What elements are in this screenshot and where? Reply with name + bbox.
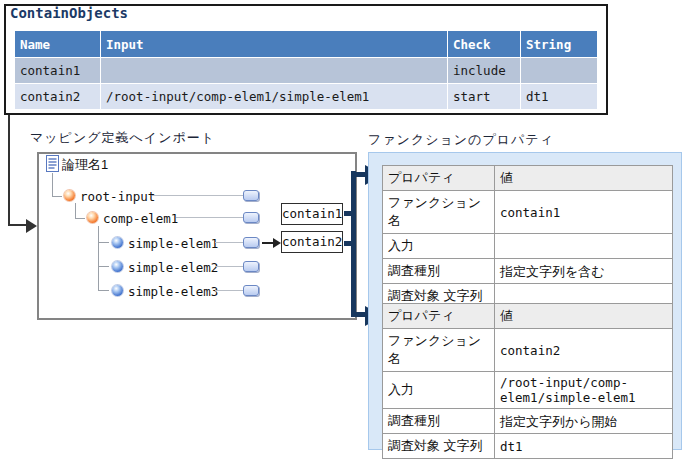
- property-row: 調査種別 指定文字列から開始: [383, 409, 673, 434]
- property-row: 調査種別 指定文字列を含む: [383, 259, 673, 284]
- property-value: [495, 234, 673, 259]
- property-table-header: プロパティ 値: [383, 304, 673, 329]
- connector-line-vertical: [351, 171, 356, 317]
- function-box-contain2: contain2: [281, 231, 343, 253]
- mapping-import-label: マッピング定義へインポート: [30, 129, 215, 147]
- property-row: ファンクション名 contain1: [383, 191, 673, 234]
- property-label: 入力: [383, 372, 495, 409]
- diagram-canvas: ContainObjects Name Input Check String c…: [0, 0, 687, 460]
- property-label: ファンクション名: [383, 191, 495, 234]
- complex-element-icon: [87, 212, 98, 223]
- simple-element-icon: [112, 237, 123, 248]
- tree-branch-line: [75, 203, 76, 218]
- property-label: 調査対象 文字列: [383, 434, 495, 459]
- elem-to-contain2-arrowhead-icon: [273, 238, 281, 248]
- function-properties-label: ファンクションのプロパティ: [368, 131, 554, 149]
- property-table-contain1: プロパティ 値 ファンクション名 contain1 入力 調査種別 指定文字列を…: [382, 165, 673, 309]
- tree-node-simple-elem3: simple-elem3: [128, 284, 218, 299]
- property-label: 入力: [383, 234, 495, 259]
- cell-check: start: [448, 84, 521, 110]
- table-row: contain2 /root-input/comp-elem1/simple-e…: [15, 84, 598, 110]
- tree-branch-line: [52, 173, 53, 196]
- column-header-name: Name: [15, 31, 101, 58]
- property-label: 調査種別: [383, 409, 495, 434]
- property-row: 調査対象 文字列 dt1: [383, 434, 673, 459]
- tree-node-root-input: root-input: [80, 189, 155, 204]
- property-row: 入力: [383, 234, 673, 259]
- tree-node-simple-elem2: simple-elem2: [128, 260, 218, 275]
- tree-branch-line: [98, 266, 109, 267]
- property-value: dt1: [495, 434, 673, 459]
- mapping-port-icon: [243, 237, 259, 248]
- property-table-contain2: プロパティ 値 ファンクション名 contain2 入力 /root-input…: [382, 303, 673, 459]
- property-value: 指定文字列を含む: [495, 259, 673, 284]
- cell-input: [101, 58, 448, 84]
- mapping-line: [152, 195, 243, 196]
- mapping-line: [215, 290, 243, 291]
- property-row: ファンクション名 contain2: [383, 329, 673, 372]
- column-header-check: Check: [448, 31, 521, 58]
- mapping-line: [176, 217, 243, 218]
- mapping-port-icon: [243, 261, 259, 272]
- simple-element-icon: [112, 261, 123, 272]
- tree-branch-line: [52, 196, 62, 197]
- import-arrowhead-icon: [26, 219, 37, 233]
- complex-element-icon: [64, 190, 75, 201]
- cell-name: contain2: [15, 84, 101, 110]
- property-value: /root-input/comp- elem1/simple-elem1: [495, 372, 673, 409]
- contain-objects-table: Name Input Check String contain1 include…: [14, 30, 598, 110]
- column-header-string: String: [521, 31, 598, 58]
- table-header-row: Name Input Check String: [15, 31, 598, 58]
- function-box-contain1: contain1: [281, 203, 343, 225]
- property-label: 調査種別: [383, 259, 495, 284]
- cell-string: dt1: [521, 84, 598, 110]
- tree-branch-line: [98, 226, 99, 291]
- header-value: 値: [495, 304, 673, 329]
- tree-root-label: 論理名1: [62, 156, 108, 174]
- property-table-header: プロパティ 値: [383, 166, 673, 191]
- document-icon: [46, 155, 59, 172]
- cell-name: contain1: [15, 58, 101, 84]
- header-value: 値: [495, 166, 673, 191]
- property-value: contain2: [495, 329, 673, 372]
- tree-branch-line: [98, 290, 109, 291]
- property-label: ファンクション名: [383, 329, 495, 372]
- cell-check: include: [448, 58, 521, 84]
- import-arrow-line-vertical: [8, 115, 10, 225]
- property-value: 指定文字列から開始: [495, 409, 673, 434]
- tree-node-simple-elem1: simple-elem1: [128, 236, 218, 251]
- tree-branch-line: [75, 218, 85, 219]
- tree-node-comp-elem1: comp-elem1: [103, 211, 178, 226]
- property-row: 入力 /root-input/comp- elem1/simple-elem1: [383, 372, 673, 409]
- tree-branch-line: [98, 242, 109, 243]
- cell-input: /root-input/comp-elem1/simple-elem1: [101, 84, 448, 110]
- header-property: プロパティ: [383, 166, 495, 191]
- mapping-line: [215, 242, 243, 243]
- property-value: contain1: [495, 191, 673, 234]
- mapping-port-icon: [243, 190, 259, 201]
- table-row: contain1 include: [15, 58, 598, 84]
- header-property: プロパティ: [383, 304, 495, 329]
- column-header-input: Input: [101, 31, 448, 58]
- mapping-port-icon: [243, 285, 259, 296]
- cell-string: [521, 58, 598, 84]
- contain-objects-title: ContainObjects: [10, 5, 128, 21]
- mapping-line: [215, 266, 243, 267]
- simple-element-icon: [112, 285, 123, 296]
- import-arrow-line-horizontal: [8, 224, 27, 226]
- mapping-port-icon: [243, 212, 259, 223]
